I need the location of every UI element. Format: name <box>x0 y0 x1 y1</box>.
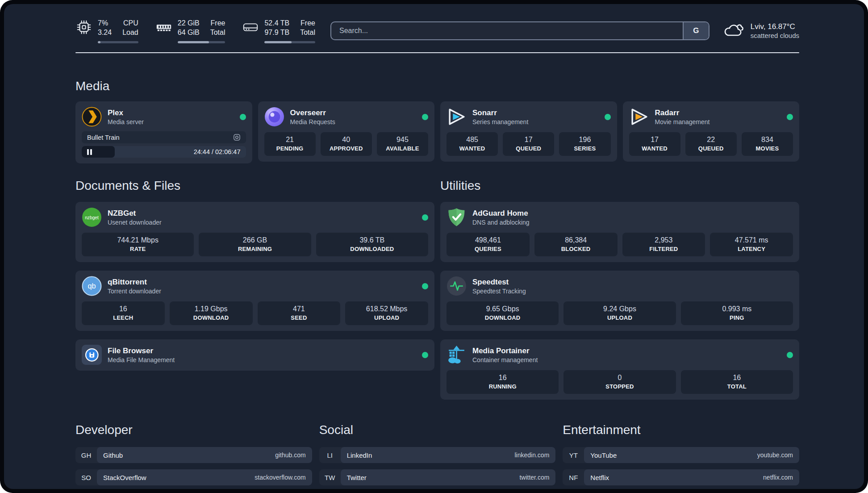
playback-progress-bar[interactable]: 24:44 / 02:06:47 <box>82 146 246 158</box>
cpu-load-value: 3.24 <box>98 28 112 38</box>
disk-free-value: 52.4 TB <box>264 19 289 28</box>
utilities-column: Utilities Ad <box>440 179 799 400</box>
section-title-developer: Developer <box>75 423 312 437</box>
session-info-icon <box>233 134 241 141</box>
plex-icon <box>82 107 102 127</box>
app-card-nzbget[interactable]: nzbget NZBGet Usenet downloader 74 <box>75 202 434 262</box>
search-input[interactable] <box>331 22 683 39</box>
app-title: Overseerr <box>290 109 335 117</box>
app-card-sonarr[interactable]: Sonarr Series management 485 WANTED 17 Q… <box>440 101 617 162</box>
stat-queued: 17 QUEUED <box>503 132 554 156</box>
svg-text:nzbget: nzbget <box>85 215 99 220</box>
now-playing-title: Bullet Train <box>87 134 120 141</box>
nzbget-icon: nzbget <box>82 207 102 227</box>
qbittorrent-icon: qb <box>82 276 102 296</box>
ram-metric: 22 GiB 64 GiB Free Total <box>155 19 225 43</box>
app-title: Media Portainer <box>472 347 538 355</box>
app-card-overseerr[interactable]: Overseerr Media Requests 21 PENDING 40 A… <box>258 101 435 162</box>
status-dot <box>240 114 246 120</box>
link-abbr: LI <box>319 447 341 463</box>
stat-wanted: 17 WANTED <box>629 132 680 156</box>
link-name: Github <box>103 451 123 459</box>
stat-blocked: 86,384 BLOCKED <box>534 233 618 256</box>
link-abbr: NF <box>563 469 584 485</box>
link-name: YouTube <box>590 451 617 459</box>
link-item-twitter[interactable]: TW Twitter twitter.com <box>319 469 556 485</box>
playback-time: 24:44 / 02:06:47 <box>194 148 246 155</box>
header-divider <box>75 52 799 53</box>
app-title: qBittorrent <box>108 278 161 287</box>
link-item-stackoverflow[interactable]: SO StackOverflow stackoverflow.com <box>75 469 312 485</box>
link-item-linkedin[interactable]: LI LinkedIn linkedin.com <box>319 447 556 463</box>
link-abbr: TW <box>319 469 341 485</box>
link-url: github.com <box>275 451 305 459</box>
app-subtitle: DNS and adblocking <box>472 219 530 226</box>
app-subtitle: Torrent downloader <box>108 288 161 295</box>
app-subtitle: Series management <box>472 118 528 125</box>
link-name: StackOverflow <box>103 474 146 481</box>
sonarr-icon <box>447 107 467 127</box>
status-dot <box>422 283 428 289</box>
app-card-speedtest[interactable]: Speedtest Speedtest Tracking 9.65 Gbps D… <box>440 271 799 331</box>
app-card-plex[interactable]: Plex Media server Bullet Train <box>75 101 252 163</box>
weather-condition: scattered clouds <box>751 32 799 39</box>
documents-column: Documents & Files nzbget NZBGet <box>75 179 434 371</box>
cloud-icon <box>723 22 744 40</box>
stat-latency: 47.571 ms LATENCY <box>710 233 793 256</box>
disk-icon <box>242 19 259 38</box>
app-title: AdGuard Home <box>472 209 530 218</box>
app-title: Sonarr <box>472 109 528 117</box>
stat-series: 196 SERIES <box>559 132 610 156</box>
pause-icon[interactable] <box>87 149 92 155</box>
section-title-social: Social <box>319 423 556 437</box>
cpu-label: CPU <box>123 19 138 28</box>
search-bar: G <box>330 21 709 40</box>
app-subtitle: Usenet downloader <box>108 219 162 226</box>
app-subtitle: Media server <box>108 118 144 125</box>
stat-upload: 618.52 Mbps UPLOAD <box>345 301 428 325</box>
link-abbr: YT <box>563 447 584 463</box>
stat-upload: 9.24 Gbps UPLOAD <box>563 301 676 325</box>
ram-progress-bar <box>178 41 225 43</box>
link-abbr: SO <box>75 469 97 485</box>
radarr-icon <box>629 107 649 127</box>
app-title: Speedtest <box>472 278 526 287</box>
search-engine-button[interactable]: G <box>683 22 709 39</box>
status-dot <box>422 214 428 221</box>
app-card-radarr[interactable]: Radarr Movie management 17 WANTED 22 QUE… <box>623 101 800 162</box>
app-card-portainer[interactable]: Media Portainer Container management 16 … <box>440 339 799 400</box>
link-item-github[interactable]: GH Github github.com <box>75 447 312 463</box>
stat-total: 16 TOTAL <box>681 370 793 394</box>
stat-movies: 834 MOVIES <box>742 132 793 156</box>
cpu-icon <box>75 19 92 38</box>
app-subtitle: Speedtest Tracking <box>472 288 526 295</box>
stat-pending: 21 PENDING <box>264 132 316 156</box>
cpu-progress-bar <box>98 41 138 43</box>
adguard-icon <box>447 207 467 227</box>
stat-downloaded: 39.6 TB DOWNLOADED <box>316 233 428 256</box>
filebrowser-icon <box>82 345 102 365</box>
stat-approved: 40 APPROVED <box>321 132 372 156</box>
links-column-social: Social LI LinkedIn linkedin.com TW Twitt… <box>319 423 556 489</box>
stat-download: 1.19 Gbps DOWNLOAD <box>170 301 253 325</box>
link-item-youtube[interactable]: YT YouTube youtube.com <box>563 447 799 463</box>
app-title: Plex <box>108 109 144 117</box>
stat-stopped: 0 STOPPED <box>563 370 676 394</box>
section-title-utilities: Utilities <box>440 179 799 193</box>
link-url: youtube.com <box>757 451 793 459</box>
stat-seed: 471 SEED <box>258 301 341 325</box>
app-title: NZBGet <box>108 209 162 218</box>
stat-wanted: 485 WANTED <box>447 132 498 156</box>
app-card-adguard[interactable]: AdGuard Home DNS and adblocking 498,461 … <box>440 202 799 262</box>
app-card-qbittorrent[interactable]: qb qBittorrent Torrent downloader <box>75 271 434 331</box>
cpu-metric: 7% 3.24 CPU Load <box>75 19 138 43</box>
status-dot <box>422 114 428 120</box>
link-item-netflix[interactable]: NF Netflix netflix.com <box>563 469 799 485</box>
status-dot <box>787 352 793 358</box>
ram-free-value: 22 GiB <box>178 19 200 28</box>
weather-widget: Lviv, 16.87°C scattered clouds <box>723 22 799 40</box>
status-dot <box>605 114 611 120</box>
window-frame: 7% 3.24 CPU Load <box>0 0 868 493</box>
stat-queries: 498,461 QUERIES <box>447 233 530 256</box>
app-card-filebrowser[interactable]: File Browser Media File Management <box>75 339 434 371</box>
